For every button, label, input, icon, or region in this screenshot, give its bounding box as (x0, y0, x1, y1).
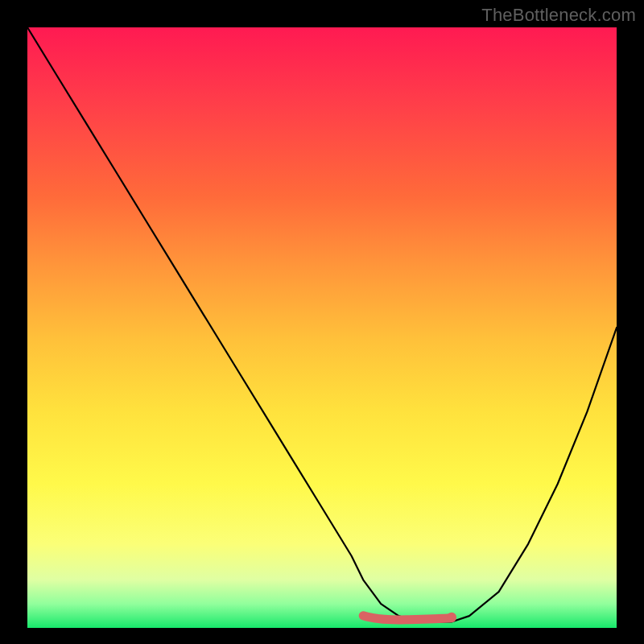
chart-series-curve (27, 27, 617, 622)
watermark-text: TheBottleneck.com (481, 5, 636, 26)
highlight-segment (363, 616, 452, 620)
chart-plot (27, 27, 617, 628)
highlight-endpoint-dot (447, 613, 456, 622)
chart-highlight (363, 613, 456, 622)
curve-path (27, 27, 617, 622)
chart-frame (27, 27, 617, 628)
